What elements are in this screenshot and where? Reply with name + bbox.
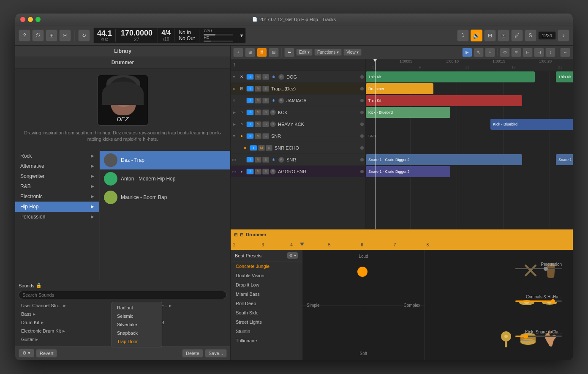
preset-south-side[interactable]: South Side	[231, 308, 302, 317]
drummer-dez[interactable]: Dez - Trap	[100, 151, 230, 169]
track-row-jamiaca[interactable]: ✕ I M S ❄ R JAMIACA	[231, 95, 365, 106]
help-button[interactable]: ?	[19, 30, 30, 41]
metronome-button[interactable]: ⏱	[32, 30, 44, 41]
revert-btn[interactable]: Revert	[36, 349, 57, 358]
track-add-btn[interactable]: +	[485, 48, 495, 57]
track-mode-btn[interactable]: ▶	[462, 48, 472, 57]
track-power-heavy-kck[interactable]: I	[246, 121, 254, 127]
clip-kck-bluebird[interactable]: Kick - Bluebird	[366, 107, 450, 118]
list-editor-button[interactable]: 🖊	[511, 30, 523, 41]
piano-roll-button[interactable]: ⊟	[484, 30, 496, 41]
smart-controls-button[interactable]: ⊡	[498, 30, 509, 41]
track-record-aggro[interactable]: R	[270, 169, 276, 175]
preset-concrete-jungle[interactable]: Concrete Jungle	[231, 262, 302, 271]
scissors-button[interactable]: ✂	[59, 30, 71, 41]
drummer-maurice[interactable]: Maurice - Boom Bap	[100, 188, 230, 207]
drummer-pad[interactable]: Loud Soft Simple Complex	[302, 250, 425, 360]
genre-rock[interactable]: Rock ▶	[15, 151, 99, 161]
submenu-radiant[interactable]: Radiant	[112, 303, 162, 312]
notation-button[interactable]: ♪	[558, 30, 569, 41]
track-mute-snr-echo[interactable]: M	[258, 145, 265, 151]
track-row-snr[interactable]: ▼ ● I M S SNR	[231, 130, 365, 142]
preset-drop-it-low[interactable]: Drop it Low	[231, 280, 302, 289]
track-record-dog[interactable]: R	[278, 74, 284, 80]
track-loop-btn[interactable]: ⊟	[269, 48, 279, 57]
kick-slider-thumb[interactable]	[524, 334, 528, 339]
close-button[interactable]	[20, 17, 25, 22]
track-record-jamiaca[interactable]: R	[278, 98, 284, 104]
track-record-kck[interactable]: R	[270, 109, 276, 115]
track-solo-snr[interactable]: S	[262, 133, 269, 139]
track-row-snr-echo[interactable]: ● I M S SNR ECHO	[231, 142, 365, 154]
presets-settings-btn[interactable]: ⚙ ▾	[287, 252, 298, 259]
track-cursor-btn[interactable]: ↖	[474, 48, 484, 57]
track-mute-snr2[interactable]: M	[255, 157, 261, 163]
clip-dog-thin-kit-1[interactable]: Thin Kit	[366, 71, 535, 82]
preset-street-lights[interactable]: Street Lights	[231, 317, 302, 327]
track-power-dog[interactable]: I	[246, 74, 254, 80]
track-alt-view-btn[interactable]: ⊞	[245, 48, 255, 57]
io-dropdown[interactable]: ▼	[237, 33, 245, 38]
mixer-button[interactable]: ⊞	[46, 30, 57, 41]
clip-jamiaca-thin-kit[interactable]: Thin Kit	[366, 95, 522, 106]
track-wave-btn[interactable]: ≋	[511, 48, 521, 57]
track-split-btn[interactable]: ⊢	[523, 48, 533, 57]
cymbals-slider[interactable]	[515, 300, 562, 302]
track-h-btn[interactable]: H	[257, 48, 267, 57]
track-record-heavy-kck[interactable]: R	[270, 121, 276, 127]
sounds-user-channel[interactable]: User Channel Stri... ▶	[19, 302, 122, 309]
bpm-display[interactable]: 170.0000 27	[116, 28, 158, 43]
genre-alternative[interactable]: Alternative ▶	[15, 161, 99, 171]
track-row-trap[interactable]: ▶ ⊟ I M S Trap...(Dez)	[231, 83, 365, 95]
functions-dropdown[interactable]: Functions ▾	[314, 49, 342, 56]
sounds-guitar[interactable]: Guitar ▶	[19, 336, 122, 343]
track-mute-aggro[interactable]: M	[255, 169, 261, 175]
save-btn[interactable]: Save...	[205, 349, 227, 358]
track-row-snr2[interactable]: snr I M S ❄ R SNR	[231, 154, 365, 166]
track-solo-heavy-kck[interactable]: S	[262, 121, 269, 127]
track-row-kck[interactable]: ▶ ○ I M S R KCK	[231, 106, 365, 118]
genre-percussion[interactable]: Percussion ▶	[15, 212, 99, 222]
add-track-btn[interactable]: +	[233, 48, 243, 57]
track-power-snr2[interactable]: I	[246, 157, 254, 163]
track-settings-btn[interactable]: ⚙	[500, 48, 510, 57]
track-solo-snr2[interactable]: S	[262, 157, 269, 163]
track-mute-snr[interactable]: M	[255, 133, 261, 139]
track-power-aggro[interactable]: I	[246, 169, 254, 175]
sounds-drum-kit[interactable]: Drum Kit ▶	[19, 319, 122, 326]
percussion-slider-thumb[interactable]	[544, 267, 548, 271]
track-power-snr-echo[interactable]: I	[250, 145, 257, 151]
view-dropdown[interactable]: View ▾	[343, 49, 362, 56]
track-power-snr[interactable]: I	[246, 133, 254, 139]
track-zoom-btn[interactable]: ↔	[560, 48, 570, 57]
track-row-dog[interactable]: ▼ ✕ I M S ❄ R DOG	[231, 71, 365, 83]
clip-aggro-snr[interactable]: Snare 1 - Crate Digger.2	[366, 166, 450, 177]
preset-stuntin[interactable]: Stuntin	[231, 327, 302, 336]
clip-trap-drummer[interactable]: Drummer	[366, 83, 433, 94]
genre-songwriter[interactable]: Songwriter ▶	[15, 171, 99, 181]
submenu-trap-door[interactable]: Trap Door	[112, 337, 162, 346]
pad-position-ball[interactable]	[357, 267, 368, 277]
track-solo-kck[interactable]: S	[262, 109, 269, 115]
clip-snr2-1[interactable]: Snare 1 - Crate Digger.2	[366, 154, 522, 165]
genre-rnb[interactable]: R&B ▶	[15, 181, 99, 191]
clip-heavy-kck-bluebird[interactable]: Kick - Bluebird	[490, 119, 573, 130]
genre-electronic[interactable]: Electronic ▶	[15, 191, 99, 202]
track-join-btn[interactable]: ⊣	[534, 48, 544, 57]
track-solo-snr-echo[interactable]: S	[266, 145, 272, 151]
settings-btn[interactable]: ⚙ ▾	[19, 349, 34, 358]
fullscreen-button[interactable]	[35, 17, 41, 22]
cymbals-slider-thumb[interactable]	[551, 299, 555, 303]
track-mute-dog[interactable]: M	[255, 74, 261, 80]
drummer-anton[interactable]: Anton - Modern Hip Hop	[100, 169, 230, 188]
track-power-trap[interactable]: I	[246, 86, 254, 92]
track-power-kck[interactable]: I	[246, 109, 254, 115]
submenu-seismic[interactable]: Seismic	[112, 312, 162, 320]
track-solo-jamiaca[interactable]: S	[262, 98, 269, 104]
preset-miami-bass[interactable]: Miami Bass	[231, 289, 302, 299]
delete-btn[interactable]: Delete	[182, 349, 203, 358]
track-row-heavy-kck[interactable]: ▶ ○ I M S R HEAVY KCK	[231, 118, 365, 130]
track-mute-jamiaca[interactable]: M	[255, 98, 261, 104]
edit-dropdown[interactable]: Edit ▾	[296, 49, 313, 56]
submenu-silverlake[interactable]: Silverlake	[112, 320, 162, 329]
